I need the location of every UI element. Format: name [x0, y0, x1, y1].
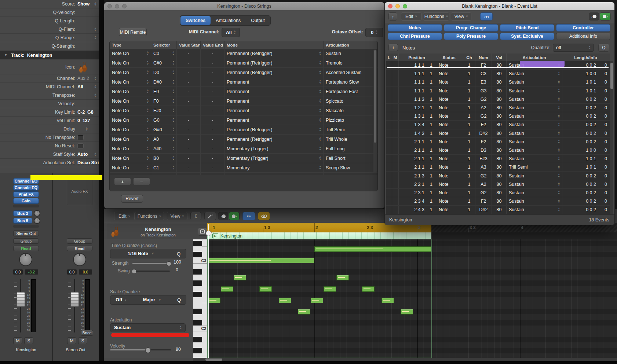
stepper-icon[interactable]: ˄˅	[147, 89, 149, 93]
table-row[interactable]: Note On˄˅G0˄˅--Permanent˄˅Pizzicato˄˅	[110, 115, 377, 125]
inspector-row[interactable]: Vel Limit:0 127	[0, 117, 99, 125]
event-row[interactable]: 2 4 31Note1D#280Sustain˄˅0 0 20	[386, 206, 610, 214]
stepper-icon[interactable]: ˄˅	[173, 80, 174, 84]
length-info-cell[interactable]: 1 0 00	[562, 70, 609, 78]
articulation-cell[interactable]: Sustain˄˅	[507, 138, 562, 146]
type-cell[interactable]: Note On˄˅	[110, 68, 151, 77]
mode-cell[interactable]: Permanent (Retrigger)˄˅	[224, 68, 324, 77]
send-knob[interactable]	[34, 210, 40, 217]
inspector-row[interactable]: Velocity:	[0, 100, 99, 108]
length-info-cell[interactable]: 0 0 20	[562, 95, 609, 103]
length-info-cell[interactable]: 1 0 10	[562, 78, 609, 86]
table-vertical-scrollbar[interactable]	[373, 49, 377, 173]
val-cell[interactable]: 80	[492, 155, 507, 163]
menu-functions[interactable]: Functions˅	[423, 12, 449, 21]
menu-edit[interactable]: Edit˅	[114, 212, 135, 220]
val-cell[interactable]: 80	[492, 197, 507, 205]
black-key[interactable]	[193, 309, 202, 314]
quantize-select[interactable]: off ˄˅	[553, 44, 594, 52]
stepper-icon[interactable]: ˄˅	[320, 109, 321, 113]
stepper-icon[interactable]: ˄˅	[147, 109, 149, 113]
add-event-button[interactable]: +	[388, 44, 398, 51]
num-cell[interactable]: D#2	[475, 129, 492, 137]
selector-cell[interactable]: F0˄˅	[151, 96, 177, 106]
position-cell[interactable]: 1 2 11	[399, 104, 435, 112]
val-cell[interactable]: 80	[492, 189, 507, 197]
velocity-slider-handle[interactable]	[145, 348, 151, 353]
selector-cell[interactable]: E0˄˅	[151, 87, 177, 96]
stepper-icon[interactable]: ˄˅	[558, 114, 560, 118]
inspector-row[interactable]: No Transpose:	[0, 133, 99, 142]
type-cell[interactable]: Note On˄˅	[110, 125, 151, 134]
table-row[interactable]: Note On˄˅C#1˄˅--Momentary˄˅Scoop Fast˄˅	[110, 173, 377, 175]
event-row[interactable]: 1 1 11Note1C380Sustain˄˅1 0 00	[386, 70, 610, 78]
midi-note[interactable]	[208, 298, 220, 303]
articulation-cell[interactable]: Spiccato˄˅	[324, 96, 377, 106]
val-cell[interactable]: 80	[492, 87, 507, 95]
stepper-icon[interactable]: ˄˅	[320, 118, 321, 122]
black-key[interactable]	[193, 320, 202, 326]
stepper-icon[interactable]: ˄˅	[320, 51, 321, 55]
stepper-icon[interactable]: ˄˅	[320, 128, 321, 132]
stepper-icon[interactable]: ˄˅	[558, 106, 560, 110]
stepper-icon[interactable]: ˄˅	[173, 99, 174, 103]
mode-cell[interactable]: Permanent˄˅	[224, 106, 324, 115]
channel-cell[interactable]: 1	[463, 70, 475, 78]
mute-button[interactable]: M	[13, 337, 22, 344]
articulation-cell[interactable]: Trill Whole˄˅	[324, 135, 377, 144]
val-cell[interactable]: 80	[492, 121, 507, 129]
channel-cell[interactable]: 1	[463, 180, 475, 188]
articulation-cell[interactable]: Sustain˄˅	[324, 49, 377, 58]
channel-cell[interactable]: 1	[463, 155, 475, 163]
val-cell[interactable]: 80	[492, 180, 507, 188]
filter-pitch-bend[interactable]: Pitch Bend	[500, 24, 554, 32]
stepper-icon[interactable]: ˄˅	[320, 137, 321, 141]
val-cell[interactable]: 80	[492, 163, 507, 171]
val-cell[interactable]: 80	[492, 146, 507, 154]
send-slot-button[interactable]: Bus 2	[13, 210, 32, 216]
stepper-icon[interactable]: ˄˅	[173, 89, 174, 93]
send-slot-button[interactable]: Bus 5	[13, 218, 32, 224]
inspector-row[interactable]: MIDI Channel:All˄˅	[0, 83, 99, 91]
length-info-cell[interactable]: 0 0 20	[562, 197, 609, 205]
table-row[interactable]: Note On˄˅E0˄˅--Permanent˄˅Fortepiano Fas…	[110, 87, 377, 96]
event-row[interactable]: 1 1 11Note1F280Sustain˄˅0 0 20	[386, 61, 610, 70]
quantize-q-button[interactable]: Q	[598, 44, 609, 52]
position-cell[interactable]: 2 3 11	[399, 189, 435, 197]
stepper-icon[interactable]: ˄˅	[95, 27, 96, 32]
volume-fader[interactable]	[70, 292, 79, 307]
channel-cell[interactable]: 1	[463, 87, 475, 95]
articulation-select[interactable]: Sustain ˄˅	[110, 323, 186, 332]
channel-cell[interactable]: 1	[463, 146, 475, 154]
stepper-icon[interactable]: ˄˅	[173, 118, 174, 122]
articulation-cell[interactable]: Fall Long˄˅	[324, 144, 377, 153]
midi-note[interactable]	[314, 246, 431, 252]
note-grid[interactable]	[207, 239, 617, 358]
pan-knob[interactable]	[19, 253, 32, 266]
channel-cell[interactable]: 1	[463, 206, 475, 214]
articulation-cell[interactable]: Fortepiano Slow˄˅	[324, 77, 377, 87]
inspector-row[interactable]: Q-Velocity:	[0, 8, 99, 17]
articulation-cell[interactable]: Trill Semi˄˅	[507, 163, 562, 171]
insert-empty-slot[interactable]	[13, 205, 39, 207]
event-row[interactable]: 2 1 11Note1F#380Sustain˄˅1 0 10	[386, 155, 610, 163]
inspector-row[interactable]: Articulation Set:Disco Strings˄˅	[0, 159, 99, 167]
articulation-cell[interactable]: Accented Sustain˄˅	[324, 68, 377, 77]
time-quantize-select[interactable]: 1/16 Note ˅	[110, 251, 171, 256]
stepper-icon[interactable]: ˄˅	[320, 166, 321, 170]
selector-cell[interactable]: D0˄˅	[151, 68, 177, 77]
checkbox[interactable]	[77, 135, 84, 140]
mode-cell[interactable]: Permanent (Retrigger)˄˅	[224, 135, 324, 144]
channel-cell[interactable]: 1	[463, 78, 475, 86]
event-row[interactable]: 1 1 11Note1G380Sustain˄˅1 0 10	[386, 87, 610, 95]
event-row[interactable]: 1 1 31Note1G280Sustain˄˅0 0 20	[386, 95, 610, 104]
octave-offset-stepper[interactable]: 0 ˄˅	[365, 28, 383, 37]
stepper-icon[interactable]: ˄˅	[558, 191, 560, 195]
strength-slider[interactable]	[132, 263, 170, 264]
stepper-icon[interactable]: ˄˅	[558, 123, 560, 127]
position-cell[interactable]: 1 1 31	[399, 95, 435, 103]
stepper-icon[interactable]: ˄˅	[173, 51, 174, 55]
black-key[interactable]	[193, 348, 202, 353]
stepper-icon[interactable]: ˄˅	[95, 161, 96, 165]
num-cell[interactable]: F2	[475, 197, 492, 205]
